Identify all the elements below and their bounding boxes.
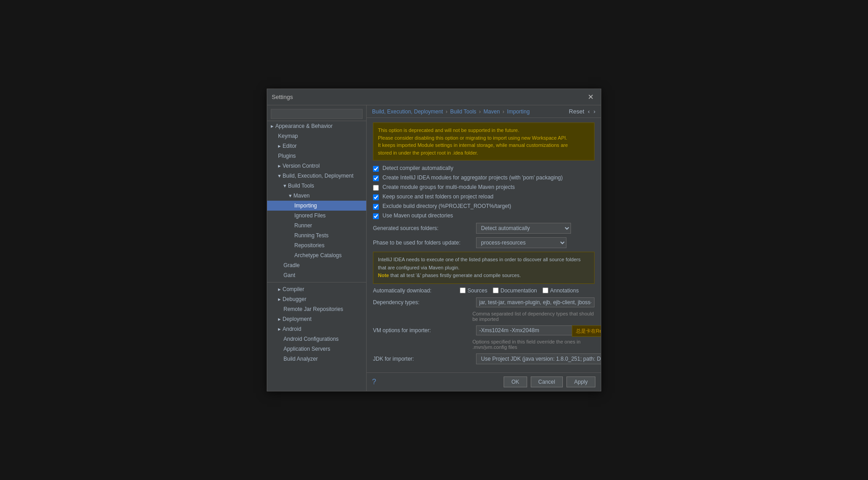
modal-overlay: Settings ✕ ▸ Appearance & Behavior Keyma… [0,0,868,480]
breadcrumb-importing[interactable]: Importing [507,108,530,115]
auto-download-label: Automatically download: [373,287,454,294]
sidebar-item-label: Repositories [294,242,325,249]
breadcrumb-build-tools[interactable]: Build Tools [450,108,476,115]
sidebar-item-label: Version Control [283,163,320,169]
sidebar-item-label: Running Tests [294,232,329,239]
sidebar-item-compiler[interactable]: ▸ Compiler [267,284,366,294]
create-modules-label[interactable]: Create IntelliJ IDEA modules for aggrega… [382,174,563,181]
exclude-build-label[interactable]: Exclude build directory (%PROJECT_ROOT%/… [382,203,511,209]
expand-icon: ▸ [278,296,281,302]
jdk-row: JDK for importer: Use Project JDK (java … [373,353,594,364]
breadcrumb-bar: Build, Execution, Deployment › Build Too… [367,105,601,118]
sidebar-item-maven[interactable]: ▾ Maven [267,191,366,201]
auto-download-row: Automatically download: Sources Document… [373,287,594,294]
detect-compiler-checkbox[interactable] [373,166,379,172]
generated-sources-select[interactable]: Detect automatically Generate sources in… [476,223,571,234]
jdk-select[interactable]: Use Project JDK (java version: 1.8.0_251… [476,353,601,364]
sidebar-item-archetype-catalogs[interactable]: Archetype Catalogs [267,250,366,260]
sidebar-item-debugger[interactable]: ▸ Debugger [267,294,366,304]
sidebar-item-label: Ignored Files [294,212,326,219]
help-button[interactable]: ? [372,378,376,386]
deprecated-notice: This option is deprecated and will not b… [373,122,594,160]
sidebar-item-label: Android [283,326,301,332]
sidebar-item-label: Maven [293,193,310,199]
create-modules-checkbox[interactable] [373,175,379,181]
expand-icon: ▸ [278,316,281,322]
reset-button[interactable]: Reset [569,108,584,115]
breadcrumb-sep-2: › [479,108,481,115]
annotations-label[interactable]: Annotations [550,287,579,294]
sidebar-item-label: Application Servers [283,346,330,352]
apply-button[interactable]: Apply [566,376,595,387]
vm-options-label: VM options for importer: [373,327,472,334]
detect-compiler-label[interactable]: Detect compiler automatically [382,165,453,171]
checkbox-create-groups: Create module groups for multi-module Ma… [373,184,594,191]
documentation-group: Documentation [493,287,537,294]
sidebar-item-label: Build Tools [288,183,314,189]
sidebar-item-label: Remote Jar Repositories [283,306,343,312]
documentation-label[interactable]: Documentation [500,287,537,294]
forward-button[interactable]: › [594,108,595,115]
settings-content: Build, Execution, Deployment › Build Too… [367,105,601,391]
ok-button[interactable]: OK [504,376,527,387]
sidebar-item-label: Android Configurations [283,336,339,342]
breadcrumb-maven[interactable]: Maven [484,108,500,115]
annotations-checkbox[interactable] [542,287,548,293]
breadcrumb-build[interactable]: Build, Execution, Deployment [372,108,443,115]
generated-sources-label: Generated sources folders: [373,225,472,231]
sources-checkbox[interactable] [460,287,466,293]
dialog-close-button[interactable]: ✕ [585,92,596,102]
sidebar-item-gradle[interactable]: Gradle [267,260,366,270]
expand-icon: ▸ [278,326,281,332]
sidebar-item-build-tools[interactable]: ▾ Build Tools [267,181,366,191]
sidebar-item-plugins[interactable]: Plugins [267,151,366,161]
documentation-checkbox[interactable] [493,287,499,293]
cancel-button[interactable]: Cancel [531,376,563,387]
sidebar-item-remote-jar[interactable]: Remote Jar Repositories [267,304,366,314]
annotations-group: Annotations [542,287,579,294]
sidebar-item-ignored-files[interactable]: Ignored Files [267,211,366,221]
expand-icon: ▸ [278,163,281,169]
sidebar-item-android-configs[interactable]: Android Configurations [267,334,366,344]
sidebar-item-label: Gradle [283,262,300,268]
dependency-types-input[interactable] [476,297,594,307]
create-groups-checkbox[interactable] [373,185,379,191]
sidebar-item-label: Compiler [283,286,304,292]
sidebar-item-label: Build Analyzer [283,356,318,362]
sidebar-item-app-servers[interactable]: Application Servers [267,344,366,354]
expand-icon: ▾ [278,173,281,179]
keep-source-checkbox[interactable] [373,194,379,200]
dependency-types-note: Comma separated list of dependency types… [373,311,594,322]
expand-icon: ▾ [289,193,292,199]
exclude-build-checkbox[interactable] [373,204,379,210]
expand-icon: ▸ [278,286,281,292]
sidebar-item-appearance[interactable]: ▸ Appearance & Behavior [267,121,366,131]
use-maven-label[interactable]: Use Maven output directories [382,212,453,219]
sources-label[interactable]: Sources [467,287,487,294]
sidebar-item-android[interactable]: ▸ Android [267,324,366,334]
sidebar-item-version-control[interactable]: ▸ Version Control [267,161,366,171]
sidebar-item-runner[interactable]: Runner [267,221,366,231]
use-maven-checkbox[interactable] [373,213,379,219]
sidebar-item-label: Editor [283,143,297,149]
sidebar-item-editor[interactable]: ▸ Editor [267,141,366,151]
checkbox-create-modules: Create IntelliJ IDEA modules for aggrega… [373,174,594,181]
create-groups-label[interactable]: Create module groups for multi-module Ma… [382,184,515,190]
sidebar-item-running-tests[interactable]: Running Tests [267,231,366,240]
sidebar-item-build-analyzer[interactable]: Build Analyzer [267,354,366,364]
phase-select[interactable]: process-resources generate-resources val… [476,237,566,248]
sidebar-item-importing[interactable]: Importing [267,201,366,211]
settings-search-input[interactable] [271,109,363,119]
sidebar-item-build-execution[interactable]: ▾ Build, Execution, Deployment [267,171,366,181]
sidebar-item-gant[interactable]: Gant [267,270,366,280]
back-button[interactable]: ‹ [588,108,590,115]
keep-source-label[interactable]: Keep source and test folders on project … [382,193,493,200]
info-box: IntelliJ IDEA needs to execute one of th… [373,252,594,284]
checkbox-detect-compiler: Detect compiler automatically [373,165,594,172]
sidebar-item-keymap[interactable]: Keymap [267,131,366,141]
expand-icon: ▾ [283,183,286,189]
sidebar-item-deployment[interactable]: ▸ Deployment [267,314,366,324]
content-area: This option is deprecated and will not b… [367,118,601,372]
search-box-container [267,107,366,121]
sidebar-item-repositories[interactable]: Repositories [267,240,366,250]
